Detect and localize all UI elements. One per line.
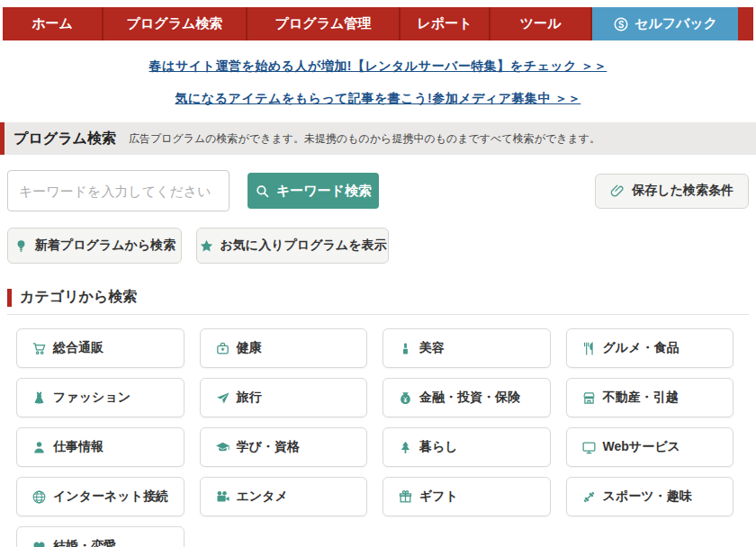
- monitor-icon: [581, 440, 597, 455]
- main-nav: ホームプログラム検索プログラム管理レポートツール セルフバック: [3, 7, 753, 40]
- nav-tab[interactable]: ツール: [490, 7, 592, 40]
- movie-camera-icon: [215, 489, 230, 505]
- nav-tab-selfback-label: セルフバック: [634, 15, 717, 32]
- category-button[interactable]: 美容: [382, 328, 551, 368]
- heart-icon: [32, 539, 47, 547]
- gift-icon: [398, 489, 413, 505]
- category-button[interactable]: 結婚・恋愛: [16, 526, 184, 547]
- category-section-title: カテゴリから検索: [20, 288, 137, 307]
- category-button[interactable]: 不動産・引越: [566, 378, 734, 417]
- page-header: プログラム検索 広告プログラムの検索ができます。未提携のものから提携中のものまで…: [0, 122, 756, 155]
- search-icon: [255, 184, 270, 199]
- cosmetics-icon: [398, 341, 413, 356]
- category-button[interactable]: 金融・投資・保険: [382, 378, 551, 417]
- nav-tab[interactable]: プログラム検索: [104, 7, 248, 40]
- category-button[interactable]: 仕事情報: [16, 427, 184, 467]
- category-label: 旅行: [237, 390, 262, 406]
- category-button[interactable]: 総合通販: [16, 328, 184, 368]
- category-button[interactable]: Webサービス: [566, 427, 734, 467]
- favorite-programs-label: お気に入りプログラムを表示: [220, 238, 387, 254]
- graduation-cap-icon: [215, 440, 230, 455]
- category-label: 金融・投資・保険: [419, 390, 520, 406]
- keyword-search-button-label: キーワード検索: [276, 183, 372, 200]
- page-title: プログラム検索: [14, 130, 116, 148]
- cart-icon: [32, 341, 47, 356]
- category-label: 不動産・引越: [603, 390, 679, 406]
- category-label: Webサービス: [603, 439, 680, 455]
- category-button[interactable]: グルメ・食品: [566, 328, 734, 368]
- dumbbell-icon: [581, 489, 597, 505]
- red-accent-bar: [7, 289, 12, 307]
- category-button[interactable]: 健康: [200, 328, 368, 368]
- page-description: 広告プログラムの検索ができます。未提携のものから提携中のものまですべて検索ができ…: [129, 131, 600, 147]
- category-button[interactable]: 暮らし: [382, 427, 551, 467]
- category-label: スポーツ・趣味: [603, 489, 692, 505]
- category-label: エンタメ: [237, 489, 288, 505]
- dress-icon: [32, 390, 47, 406]
- announcement-link-1[interactable]: 春はサイト運営を始める人が増加!【レンタルサーバー特集】をチェック ＞＞: [149, 58, 608, 75]
- nav-tab[interactable]: プログラム管理: [248, 7, 400, 40]
- globe-icon: [32, 489, 47, 505]
- lightbulb-icon: [14, 238, 29, 254]
- category-label: インターネット接続: [53, 489, 168, 505]
- search-row: キーワード検索 保存した検索条件: [7, 170, 749, 211]
- money-bag-icon: [398, 390, 413, 406]
- selfback-s-icon: [613, 16, 629, 32]
- category-button[interactable]: ギフト: [382, 477, 551, 516]
- category-label: ギフト: [419, 489, 458, 505]
- star-icon: [199, 238, 214, 254]
- category-label: 健康: [237, 340, 262, 356]
- paperclip-icon: [610, 184, 626, 199]
- category-label: 美容: [419, 340, 445, 356]
- category-button[interactable]: インターネット接続: [16, 477, 184, 516]
- nav-tab[interactable]: レポート: [400, 7, 490, 40]
- nav-filler: [738, 7, 753, 40]
- new-programs-button[interactable]: 新着プログラムから検索: [7, 228, 182, 264]
- category-label: ファッション: [53, 390, 130, 406]
- keyword-search-input[interactable]: [7, 170, 230, 211]
- tree-icon: [398, 440, 413, 455]
- category-label: 暮らし: [419, 439, 458, 455]
- category-label: グルメ・食品: [603, 340, 680, 356]
- category-button[interactable]: 学び・資格: [200, 427, 368, 467]
- category-button[interactable]: スポーツ・趣味: [566, 477, 734, 516]
- category-button[interactable]: エンタメ: [200, 477, 368, 516]
- category-button[interactable]: ファッション: [16, 378, 184, 417]
- category-label: 結婚・恋愛: [53, 538, 116, 547]
- person-icon: [32, 440, 47, 455]
- house-icon: [581, 390, 597, 406]
- keyword-search-button[interactable]: キーワード検索: [248, 173, 379, 209]
- category-label: 仕事情報: [53, 439, 104, 455]
- announcements: 春はサイト運営を始める人が増加!【レンタルサーバー特集】をチェック ＞＞ 気にな…: [0, 40, 756, 107]
- announcement-link-2[interactable]: 気になるアイテムをもらって記事を書こう!参加メディア募集中 ＞＞: [176, 91, 581, 107]
- favorite-programs-button[interactable]: お気に入りプログラムを表示: [196, 228, 389, 264]
- saved-search-conditions-label: 保存した検索条件: [632, 183, 734, 199]
- airplane-icon: [215, 390, 230, 406]
- nav-tab-selfback[interactable]: セルフバック: [592, 7, 738, 40]
- category-label: 総合通販: [53, 340, 104, 356]
- quick-buttons-row: 新着プログラムから検索 お気に入りプログラムを表示: [7, 228, 749, 264]
- category-label: 学び・資格: [237, 439, 300, 455]
- new-programs-label: 新着プログラムから検索: [35, 238, 176, 254]
- category-grid: 総合通販健康美容グルメ・食品ファッション旅行金融・投資・保険不動産・引越仕事情報…: [16, 328, 734, 547]
- nav-tab[interactable]: ホーム: [3, 7, 104, 40]
- first-aid-icon: [215, 341, 230, 356]
- saved-search-conditions-button[interactable]: 保存した検索条件: [595, 174, 749, 209]
- cutlery-icon: [581, 341, 597, 356]
- category-section-header: カテゴリから検索: [7, 288, 749, 315]
- category-button[interactable]: 旅行: [200, 378, 368, 417]
